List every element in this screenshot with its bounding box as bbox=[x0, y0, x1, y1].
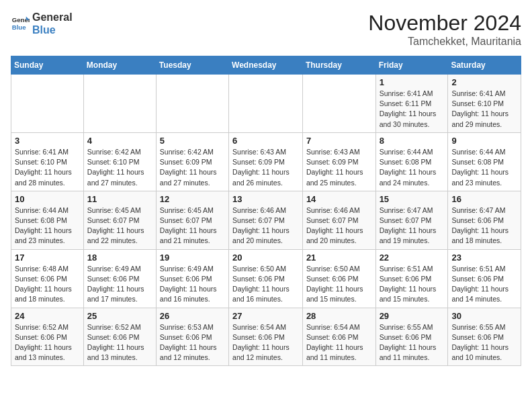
header-friday: Friday bbox=[375, 56, 448, 75]
day-number: 7 bbox=[306, 136, 372, 146]
day-number: 12 bbox=[160, 194, 225, 204]
calendar-cell: 24Sunrise: 6:52 AM Sunset: 6:06 PM Dayli… bbox=[11, 308, 84, 366]
day-info: Sunrise: 6:54 AM Sunset: 6:06 PM Dayligh… bbox=[232, 322, 299, 363]
header-tuesday: Tuesday bbox=[156, 56, 228, 75]
svg-text:Blue: Blue bbox=[12, 24, 26, 31]
calendar-cell: 28Sunrise: 6:54 AM Sunset: 6:06 PM Dayli… bbox=[302, 308, 375, 366]
day-info: Sunrise: 6:52 AM Sunset: 6:06 PM Dayligh… bbox=[87, 322, 152, 363]
calendar-cell: 19Sunrise: 6:49 AM Sunset: 6:06 PM Dayli… bbox=[156, 249, 228, 308]
day-info: Sunrise: 6:51 AM Sunset: 6:06 PM Dayligh… bbox=[451, 264, 517, 305]
calendar-week-5: 24Sunrise: 6:52 AM Sunset: 6:06 PM Dayli… bbox=[11, 308, 521, 366]
calendar-cell: 18Sunrise: 6:49 AM Sunset: 6:06 PM Dayli… bbox=[83, 249, 156, 308]
day-info: Sunrise: 6:41 AM Sunset: 6:10 PM Dayligh… bbox=[15, 147, 80, 188]
calendar-cell: 4Sunrise: 6:42 AM Sunset: 6:10 PM Daylig… bbox=[83, 132, 156, 191]
calendar-cell: 13Sunrise: 6:46 AM Sunset: 6:07 PM Dayli… bbox=[229, 191, 303, 249]
calendar-cell: 20Sunrise: 6:50 AM Sunset: 6:06 PM Dayli… bbox=[229, 249, 303, 308]
day-info: Sunrise: 6:54 AM Sunset: 6:06 PM Dayligh… bbox=[306, 322, 372, 363]
day-number: 9 bbox=[451, 136, 517, 146]
day-number: 13 bbox=[232, 194, 299, 204]
day-number: 15 bbox=[380, 194, 445, 204]
day-number: 19 bbox=[160, 253, 225, 263]
header-wednesday: Wednesday bbox=[229, 56, 303, 75]
header-monday: Monday bbox=[83, 56, 156, 75]
day-number: 30 bbox=[451, 311, 517, 321]
page-header: General Blue General Blue November 2024 … bbox=[11, 11, 521, 48]
logo-icon: General Blue bbox=[11, 14, 30, 33]
calendar-cell: 22Sunrise: 6:51 AM Sunset: 6:06 PM Dayli… bbox=[375, 249, 448, 308]
day-info: Sunrise: 6:49 AM Sunset: 6:06 PM Dayligh… bbox=[160, 264, 225, 305]
day-info: Sunrise: 6:45 AM Sunset: 6:07 PM Dayligh… bbox=[160, 205, 225, 246]
calendar-cell: 25Sunrise: 6:52 AM Sunset: 6:06 PM Dayli… bbox=[83, 308, 156, 366]
calendar-week-3: 10Sunrise: 6:44 AM Sunset: 6:08 PM Dayli… bbox=[11, 191, 521, 249]
day-info: Sunrise: 6:46 AM Sunset: 6:07 PM Dayligh… bbox=[232, 205, 299, 246]
calendar-cell: 7Sunrise: 6:43 AM Sunset: 6:09 PM Daylig… bbox=[302, 132, 375, 191]
header-sunday: Sunday bbox=[11, 56, 84, 75]
day-number: 20 bbox=[232, 253, 299, 263]
day-info: Sunrise: 6:45 AM Sunset: 6:07 PM Dayligh… bbox=[87, 205, 152, 246]
calendar-cell: 15Sunrise: 6:47 AM Sunset: 6:07 PM Dayli… bbox=[375, 191, 448, 249]
day-info: Sunrise: 6:42 AM Sunset: 6:09 PM Dayligh… bbox=[160, 147, 225, 188]
header-thursday: Thursday bbox=[302, 56, 375, 75]
logo-blue-text: Blue bbox=[32, 24, 73, 36]
day-number: 8 bbox=[380, 136, 445, 146]
day-info: Sunrise: 6:46 AM Sunset: 6:07 PM Dayligh… bbox=[306, 205, 372, 246]
calendar-cell bbox=[156, 75, 228, 133]
day-number: 21 bbox=[306, 253, 372, 263]
calendar-cell: 30Sunrise: 6:55 AM Sunset: 6:06 PM Dayli… bbox=[448, 308, 521, 366]
day-info: Sunrise: 6:44 AM Sunset: 6:08 PM Dayligh… bbox=[451, 147, 517, 188]
day-number: 5 bbox=[160, 136, 225, 146]
title-block: November 2024 Tamchekket, Mauritania bbox=[368, 11, 521, 48]
calendar-week-4: 17Sunrise: 6:48 AM Sunset: 6:06 PM Dayli… bbox=[11, 249, 521, 308]
calendar-cell: 23Sunrise: 6:51 AM Sunset: 6:06 PM Dayli… bbox=[448, 249, 521, 308]
day-number: 17 bbox=[15, 253, 80, 263]
day-number: 10 bbox=[15, 194, 80, 204]
day-info: Sunrise: 6:52 AM Sunset: 6:06 PM Dayligh… bbox=[15, 322, 80, 363]
header-saturday: Saturday bbox=[448, 56, 521, 75]
calendar-cell: 3Sunrise: 6:41 AM Sunset: 6:10 PM Daylig… bbox=[11, 132, 84, 191]
logo: General Blue General Blue bbox=[11, 11, 73, 36]
calendar-cell bbox=[83, 75, 156, 133]
calendar-cell: 27Sunrise: 6:54 AM Sunset: 6:06 PM Dayli… bbox=[229, 308, 303, 366]
day-info: Sunrise: 6:48 AM Sunset: 6:06 PM Dayligh… bbox=[15, 264, 80, 305]
calendar-cell bbox=[11, 75, 84, 133]
calendar-cell: 21Sunrise: 6:50 AM Sunset: 6:06 PM Dayli… bbox=[302, 249, 375, 308]
day-info: Sunrise: 6:55 AM Sunset: 6:06 PM Dayligh… bbox=[451, 322, 517, 363]
day-number: 24 bbox=[15, 311, 80, 321]
calendar-week-1: 1Sunrise: 6:41 AM Sunset: 6:11 PM Daylig… bbox=[11, 75, 521, 133]
day-info: Sunrise: 6:47 AM Sunset: 6:06 PM Dayligh… bbox=[451, 205, 517, 246]
day-number: 26 bbox=[160, 311, 225, 321]
day-info: Sunrise: 6:50 AM Sunset: 6:06 PM Dayligh… bbox=[306, 264, 372, 305]
day-number: 6 bbox=[232, 136, 299, 146]
day-info: Sunrise: 6:43 AM Sunset: 6:09 PM Dayligh… bbox=[306, 147, 372, 188]
day-number: 11 bbox=[87, 194, 152, 204]
logo-general-text: General bbox=[32, 11, 73, 24]
calendar-cell: 5Sunrise: 6:42 AM Sunset: 6:09 PM Daylig… bbox=[156, 132, 228, 191]
calendar-table: SundayMondayTuesdayWednesdayThursdayFrid… bbox=[11, 56, 521, 366]
calendar-cell bbox=[229, 75, 303, 133]
day-number: 27 bbox=[232, 311, 299, 321]
month-title: November 2024 bbox=[368, 11, 521, 36]
calendar-cell: 14Sunrise: 6:46 AM Sunset: 6:07 PM Dayli… bbox=[302, 191, 375, 249]
day-info: Sunrise: 6:44 AM Sunset: 6:08 PM Dayligh… bbox=[15, 205, 80, 246]
calendar-cell: 11Sunrise: 6:45 AM Sunset: 6:07 PM Dayli… bbox=[83, 191, 156, 249]
day-info: Sunrise: 6:44 AM Sunset: 6:08 PM Dayligh… bbox=[380, 147, 445, 188]
calendar-cell: 2Sunrise: 6:41 AM Sunset: 6:10 PM Daylig… bbox=[448, 75, 521, 133]
calendar-header-row: SundayMondayTuesdayWednesdayThursdayFrid… bbox=[11, 56, 521, 75]
calendar-cell: 12Sunrise: 6:45 AM Sunset: 6:07 PM Dayli… bbox=[156, 191, 228, 249]
calendar-cell: 26Sunrise: 6:53 AM Sunset: 6:06 PM Dayli… bbox=[156, 308, 228, 366]
day-info: Sunrise: 6:41 AM Sunset: 6:11 PM Dayligh… bbox=[380, 89, 445, 130]
day-number: 14 bbox=[306, 194, 372, 204]
day-info: Sunrise: 6:49 AM Sunset: 6:06 PM Dayligh… bbox=[87, 264, 152, 305]
calendar-week-2: 3Sunrise: 6:41 AM Sunset: 6:10 PM Daylig… bbox=[11, 132, 521, 191]
calendar-cell bbox=[302, 75, 375, 133]
calendar-cell: 6Sunrise: 6:43 AM Sunset: 6:09 PM Daylig… bbox=[229, 132, 303, 191]
day-number: 16 bbox=[451, 194, 517, 204]
calendar-cell: 9Sunrise: 6:44 AM Sunset: 6:08 PM Daylig… bbox=[448, 132, 521, 191]
calendar-cell: 10Sunrise: 6:44 AM Sunset: 6:08 PM Dayli… bbox=[11, 191, 84, 249]
day-info: Sunrise: 6:55 AM Sunset: 6:06 PM Dayligh… bbox=[380, 322, 445, 363]
calendar-cell: 29Sunrise: 6:55 AM Sunset: 6:06 PM Dayli… bbox=[375, 308, 448, 366]
day-number: 3 bbox=[15, 136, 80, 146]
location-title: Tamchekket, Mauritania bbox=[368, 36, 521, 48]
day-info: Sunrise: 6:43 AM Sunset: 6:09 PM Dayligh… bbox=[232, 147, 299, 188]
day-number: 23 bbox=[451, 253, 517, 263]
